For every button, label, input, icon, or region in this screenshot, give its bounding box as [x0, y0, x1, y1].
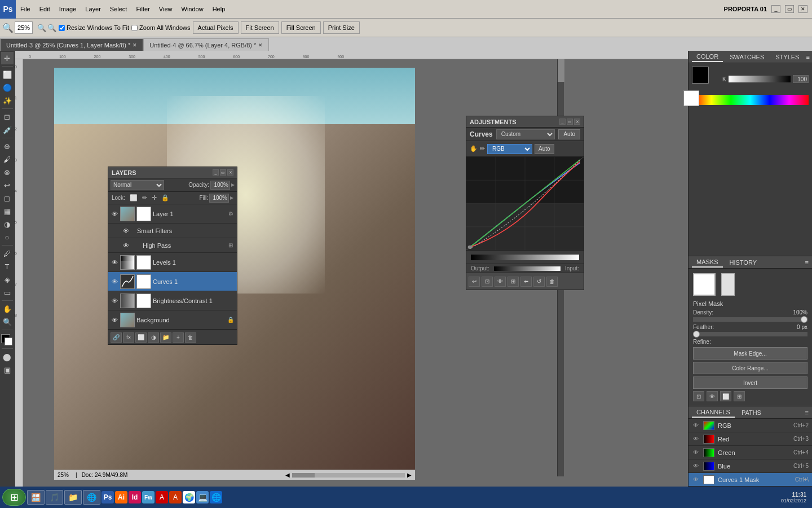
- feather-slider[interactable]: [693, 332, 807, 336]
- layer-vis-icon-cv[interactable]: 👁: [111, 278, 118, 286]
- taskbar-ps-icon[interactable]: Ps: [102, 491, 114, 503]
- channel-rgb-vis-icon[interactable]: 👁: [692, 422, 700, 430]
- layer-options-icon[interactable]: ⚙: [227, 210, 235, 218]
- brush-tool[interactable]: 🖌: [1, 153, 14, 165]
- menu-view[interactable]: View: [155, 0, 177, 18]
- taskbar-fw-icon[interactable]: Fw: [142, 491, 155, 503]
- adj-clip-icon[interactable]: ⊞: [508, 277, 519, 287]
- taskbar-explorer[interactable]: 📁: [64, 490, 82, 505]
- layer-vis-icon[interactable]: 👁: [111, 210, 118, 218]
- path-select-tool[interactable]: ◈: [1, 273, 14, 286]
- healing-brush-tool[interactable]: ⊕: [1, 140, 14, 152]
- channel-mask-vis-icon[interactable]: 👁: [692, 476, 700, 484]
- layer-row-high-pass[interactable]: 👁 High Pass ⊞: [108, 238, 237, 253]
- adj-auto-button[interactable]: Auto: [558, 129, 580, 139]
- h-scrollbar-thumb[interactable]: [292, 473, 315, 478]
- menu-file[interactable]: File: [16, 0, 35, 18]
- layer-row-curves1[interactable]: 👁 Curves 1: [108, 272, 237, 291]
- print-size-button[interactable]: Print Size: [323, 21, 360, 34]
- adj-auto-btn[interactable]: Auto: [535, 144, 554, 154]
- fill-screen-button[interactable]: Fill Screen: [281, 21, 321, 34]
- fit-screen-button[interactable]: Fit Screen: [241, 21, 279, 34]
- layer-row-layer1[interactable]: 👁 Layer 1 ⚙: [108, 204, 237, 224]
- tab-swatches[interactable]: SWATCHES: [725, 52, 769, 62]
- close-button[interactable]: ✕: [798, 5, 807, 13]
- layers-panel-maximize[interactable]: ▭: [220, 169, 226, 176]
- taskbar-id-icon[interactable]: Id: [129, 491, 141, 503]
- channel-row-red[interactable]: 👁 Red Ctrl+3: [689, 432, 812, 446]
- lock-trans-icon[interactable]: ⬜: [130, 194, 138, 202]
- tab-untitled3[interactable]: Untitled-3 @ 25% (Curves 1, Layer Mask/8…: [0, 38, 143, 51]
- zoom-out-icon[interactable]: 🔍: [47, 24, 56, 32]
- menu-filter[interactable]: Filter: [131, 0, 154, 18]
- zoom-level-input[interactable]: 25%: [15, 21, 33, 34]
- start-button[interactable]: ⊞: [2, 489, 26, 506]
- tab-color[interactable]: COLOR: [692, 52, 723, 62]
- adj-preset-select[interactable]: Custom Default Strong Contrast: [496, 129, 555, 139]
- adjustments-panel-header[interactable]: ADJUSTMENTS _ ▭ ✕: [466, 116, 584, 128]
- layer-row-brightness[interactable]: 👁 Brightness/Contrast 1: [108, 291, 237, 310]
- taskbar-acrobat2-icon[interactable]: A: [169, 491, 182, 503]
- channel-red-vis-icon[interactable]: 👁: [692, 435, 700, 443]
- h-scrollbar[interactable]: [292, 473, 405, 478]
- channel-row-blue[interactable]: 👁 Blue Ctrl+5: [689, 459, 812, 473]
- menu-edit[interactable]: Edit: [35, 0, 55, 18]
- adj-channel-select[interactable]: RGB Red Green Blue: [487, 144, 532, 154]
- marquee-tool[interactable]: ⬜: [1, 68, 14, 81]
- layer-fx-button[interactable]: fx: [123, 332, 134, 343]
- taskbar-quick-launch[interactable]: 🪟: [27, 490, 45, 505]
- masks-visibility-icon[interactable]: 👁: [707, 391, 718, 401]
- channel-green-vis-icon[interactable]: 👁: [692, 449, 700, 457]
- menu-window[interactable]: Window: [177, 0, 208, 18]
- v-scrollbar-thumb[interactable]: [558, 59, 564, 82]
- tab-history[interactable]: HISTORY: [725, 258, 762, 267]
- minimize-button[interactable]: _: [771, 5, 780, 13]
- magic-wand-tool[interactable]: ✨: [1, 94, 14, 107]
- k-slider[interactable]: [729, 76, 791, 82]
- masks-panel-menu[interactable]: ≡: [805, 259, 809, 266]
- tab-paths[interactable]: PATHS: [737, 408, 766, 417]
- taskbar-app2-icon[interactable]: 💻: [196, 491, 209, 503]
- lock-position-icon[interactable]: ✛: [152, 194, 157, 202]
- taskbar-ie-icon[interactable]: 🌐: [210, 491, 222, 503]
- blur-tool[interactable]: ◑: [1, 218, 14, 230]
- masks-apply-icon[interactable]: ⊡: [693, 391, 704, 401]
- fill-input[interactable]: [209, 194, 229, 203]
- lock-pixels-icon[interactable]: ✏: [142, 194, 147, 202]
- zoom-all-windows-check[interactable]: Zoom All Windows: [131, 24, 190, 31]
- invert-button[interactable]: Invert: [693, 376, 807, 389]
- background-color-swatch[interactable]: [683, 90, 699, 106]
- channel-blue-vis-icon[interactable]: 👁: [692, 462, 700, 470]
- layer-vis-icon-lv[interactable]: 👁: [111, 259, 118, 266]
- scroll-right-icon[interactable]: ▶: [407, 472, 412, 478]
- mask-small-thumb[interactable]: [721, 273, 735, 296]
- layer-group-button[interactable]: 📁: [160, 332, 171, 343]
- color-range-button[interactable]: Color Range...: [693, 362, 807, 374]
- adj-panel-minimize[interactable]: _: [559, 119, 566, 125]
- zoom-tool-icon[interactable]: 🔍: [2, 23, 14, 33]
- tab-masks[interactable]: MASKS: [692, 257, 723, 268]
- crop-tool[interactable]: ⊡: [1, 111, 14, 123]
- eraser-tool[interactable]: ◻: [1, 192, 14, 204]
- mask-edge-button[interactable]: Mask Edge...: [693, 347, 807, 360]
- zoom-tool[interactable]: 🔍: [1, 316, 14, 328]
- density-slider-thumb[interactable]: [801, 316, 807, 323]
- background-color[interactable]: [5, 338, 12, 345]
- adj-panel-close[interactable]: ✕: [574, 119, 580, 125]
- lock-all-icon[interactable]: 🔒: [161, 194, 169, 202]
- color-panel-menu[interactable]: ≡: [806, 54, 809, 60]
- layer-vis-icon-hp[interactable]: 👁: [122, 242, 130, 249]
- channel-row-green[interactable]: 👁 Green Ctrl+4: [689, 446, 812, 459]
- layer-delete-button[interactable]: 🗑: [185, 332, 196, 343]
- layers-panel-close[interactable]: ✕: [227, 169, 233, 176]
- gradient-tool[interactable]: ▦: [1, 205, 14, 217]
- layer-vis-icon-bg[interactable]: 👁: [111, 316, 118, 324]
- color-spectrum-bar[interactable]: [692, 95, 809, 105]
- taskbar-acrobat-icon[interactable]: A: [156, 491, 168, 503]
- masks-clip-icon[interactable]: ⊞: [734, 391, 745, 401]
- masks-filter-icon[interactable]: ⬜: [720, 391, 731, 401]
- blend-mode-select[interactable]: Normal Multiply Screen: [111, 180, 164, 190]
- adj-hand-icon[interactable]: ✋: [470, 145, 478, 152]
- layer-row-levels1[interactable]: 👁 Levels 1: [108, 253, 237, 272]
- layer-new-button[interactable]: +: [173, 332, 184, 343]
